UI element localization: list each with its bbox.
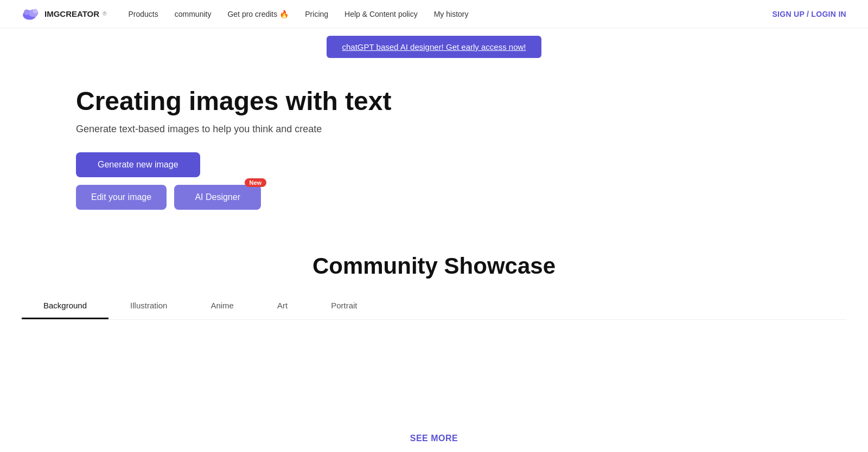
nav-item-my-history[interactable]: My history xyxy=(434,9,469,19)
banner-button[interactable]: chatGPT based AI designer! Get early acc… xyxy=(327,36,541,58)
svg-point-2 xyxy=(24,9,30,15)
nav-item-pricing[interactable]: Pricing xyxy=(305,9,328,19)
see-more-row: SEE MORE xyxy=(0,423,868,452)
navbar: IMGCREATOR® Products community Get pro c… xyxy=(0,0,868,28)
hero-title: Creating images with text xyxy=(76,87,792,116)
showcase-title: Community Showcase xyxy=(22,253,846,279)
nav-links: Products community Get pro credits 🔥 Pri… xyxy=(129,9,773,19)
logo-icon xyxy=(22,7,41,22)
flame-icon: 🔥 xyxy=(279,10,289,18)
generate-button[interactable]: Generate new image xyxy=(76,152,200,177)
tab-art[interactable]: Art xyxy=(256,295,309,319)
nav-item-help[interactable]: Help & Content policy xyxy=(344,9,418,19)
see-more-link[interactable]: SEE MORE xyxy=(410,434,458,443)
logo-sup: ® xyxy=(103,11,106,17)
new-badge: New xyxy=(245,178,267,187)
showcase-section: Community Showcase Background Illustrati… xyxy=(0,221,868,423)
tab-illustration[interactable]: Illustration xyxy=(108,295,189,319)
nav-item-products[interactable]: Products xyxy=(129,9,158,19)
ai-designer-button[interactable]: AI Designer xyxy=(174,185,261,210)
svg-point-3 xyxy=(33,9,38,14)
logo-link[interactable]: IMGCREATOR® xyxy=(22,7,107,22)
nav-item-community[interactable]: community xyxy=(175,9,212,19)
nav-item-pro-credits[interactable]: Get pro credits 🔥 xyxy=(227,10,289,18)
hero-subtitle: Generate text-based images to help you t… xyxy=(76,124,792,135)
ai-designer-wrapper: AI Designer New xyxy=(174,185,261,210)
showcase-tabs: Background Illustration Anime Art Portra… xyxy=(22,295,846,320)
tab-portrait[interactable]: Portrait xyxy=(309,295,379,319)
tab-anime[interactable]: Anime xyxy=(189,295,256,319)
signup-link[interactable]: SIGN UP / LOGIN IN xyxy=(772,10,846,18)
edit-image-button[interactable]: Edit your image xyxy=(76,185,167,210)
secondary-buttons-row: Edit your image AI Designer New xyxy=(76,185,261,210)
showcase-content xyxy=(22,336,846,401)
hero-section: Creating images with text Generate text-… xyxy=(0,66,868,221)
top-banner: chatGPT based AI designer! Get early acc… xyxy=(0,28,868,66)
hero-buttons: Generate new image Edit your image AI De… xyxy=(76,152,792,210)
tab-background[interactable]: Background xyxy=(22,295,108,319)
logo-text: IMGCREATOR xyxy=(44,9,99,18)
